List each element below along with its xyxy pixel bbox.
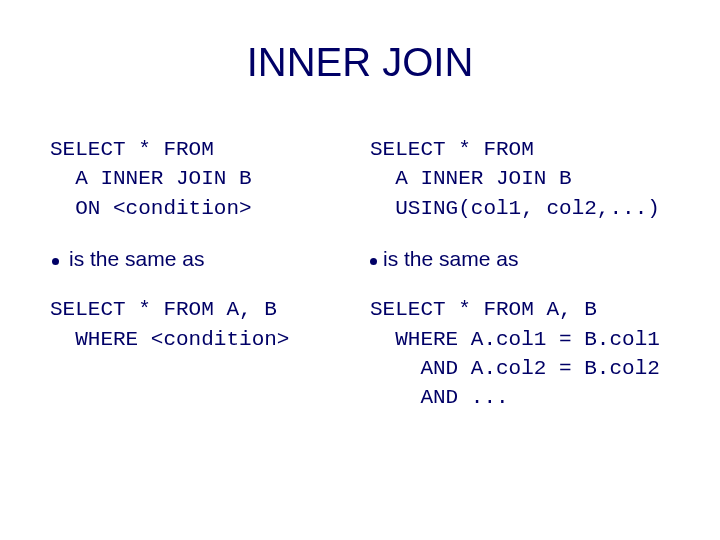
slide-title: INNER JOIN [50,40,670,85]
bullet-text: is the same as [383,247,518,271]
slide: INNER JOIN SELECT * FROM A INNER JOIN B … [0,0,720,540]
columns: SELECT * FROM A INNER JOIN B ON <conditi… [50,135,670,413]
bullet-item: is the same as [50,247,350,271]
code-block: SELECT * FROM A INNER JOIN B ON <conditi… [50,135,350,223]
code-block: SELECT * FROM A, B WHERE <condition> [50,295,350,354]
bullet-item: is the same as [370,247,670,271]
code-block: SELECT * FROM A, B WHERE A.col1 = B.col1… [370,295,670,413]
code-block: SELECT * FROM A INNER JOIN B USING(col1,… [370,135,670,223]
right-column: SELECT * FROM A INNER JOIN B USING(col1,… [370,135,670,413]
bullet-text: is the same as [69,247,204,271]
left-column: SELECT * FROM A INNER JOIN B ON <conditi… [50,135,350,413]
bullet-icon [370,258,377,265]
bullet-icon [52,258,59,265]
